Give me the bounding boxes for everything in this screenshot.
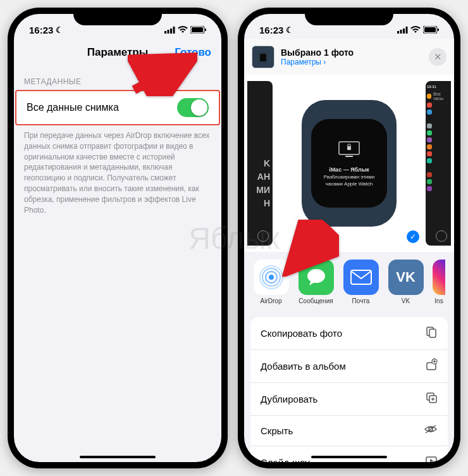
svg-rect-1	[168, 30, 169, 34]
action-label: Скопировать фото	[261, 328, 342, 339]
share-app-row[interactable]: AirDrop Сообщения Почта VK VK Ins	[244, 252, 454, 312]
app-label: Почта	[352, 298, 370, 304]
share-app-airdrop[interactable]: AirDrop	[253, 260, 289, 304]
share-options-link[interactable]: Параметры ›	[281, 58, 422, 66]
svg-rect-20	[347, 146, 351, 150]
share-app-mail[interactable]: Почта	[343, 260, 379, 304]
settings-list-fragment: 18:31 Все часы	[426, 81, 451, 195]
instagram-icon	[433, 260, 445, 295]
vk-icon: VK	[388, 260, 424, 295]
notch	[73, 8, 162, 25]
wifi-icon	[178, 25, 188, 35]
notch	[305, 8, 393, 25]
dnd-moon-icon: ☾	[56, 25, 63, 35]
eye-slash-icon	[424, 424, 438, 437]
signal-icon	[397, 25, 408, 35]
watch-notification-title: iMac — Яблык	[329, 166, 369, 173]
svg-rect-6	[205, 28, 206, 31]
home-indicator[interactable]	[311, 456, 387, 458]
svg-rect-3	[173, 27, 175, 34]
svg-rect-2	[170, 28, 172, 34]
share-app-instagram[interactable]: Ins	[433, 260, 445, 304]
svg-rect-15	[438, 28, 439, 31]
preview-item-prev[interactable]: K АН МИ Н	[247, 81, 273, 246]
svg-rect-0	[164, 31, 166, 34]
svg-rect-28	[429, 329, 436, 337]
app-label: Ins	[434, 298, 443, 304]
svg-rect-26	[351, 270, 371, 284]
action-slideshow[interactable]: Слайд-шоу	[250, 446, 448, 462]
screen-right: 16:23 ☾ Выбрано 1 фото Пара	[244, 14, 454, 462]
preview-item-next[interactable]: 18:31 Все часы	[426, 81, 451, 246]
svg-marker-36	[430, 459, 433, 462]
svg-rect-10	[400, 30, 402, 34]
wifi-icon	[410, 25, 421, 35]
photo-preview-carousel[interactable]: K АН МИ Н iMac — Яблык Разблокирован эти…	[244, 75, 454, 252]
play-icon	[425, 454, 438, 462]
app-label: VK	[402, 298, 410, 304]
setting-row-all-photo-data[interactable]: Все данные снимка	[15, 90, 220, 125]
action-label: Добавить в альбом	[261, 361, 346, 372]
page-title: Параметры	[87, 46, 149, 59]
signal-icon	[164, 25, 175, 35]
action-add-to-album[interactable]: Добавить в альбом	[250, 350, 448, 383]
selected-check-icon[interactable]: ✓	[407, 230, 419, 243]
apple-watch-graphic: iMac — Яблык Разблокирован этими часами …	[302, 100, 397, 227]
svg-rect-12	[406, 27, 408, 34]
close-button[interactable]: ✕	[429, 48, 446, 66]
share-app-messages[interactable]: Сообщения	[298, 260, 334, 304]
lock-monitor-icon	[338, 139, 360, 163]
home-indicator[interactable]	[80, 456, 156, 458]
phone-frame-right: 16:23 ☾ Выбрано 1 фото Пара	[238, 8, 460, 468]
selection-circle-icon[interactable]	[436, 230, 447, 242]
copy-icon	[425, 325, 438, 341]
done-button[interactable]: Готово	[175, 46, 211, 59]
svg-rect-19	[345, 156, 353, 157]
svg-point-21	[269, 275, 274, 280]
preview-text-fragment: K АН МИ Н	[256, 157, 270, 210]
phone-frame-left: 16:23 ☾ Параметры Готово МЕТАДАННЫЕ Все	[8, 8, 228, 468]
share-actions-list: Скопировать фото Добавить в альбом Дубли…	[250, 317, 448, 462]
selection-circle-icon[interactable]	[257, 230, 269, 242]
nav-bar: Параметры Готово	[14, 39, 221, 66]
app-label: Сообщения	[299, 298, 333, 304]
setting-description: При передаче данных через AirDrop включе…	[14, 125, 221, 220]
action-hide[interactable]: Скрыть	[250, 416, 448, 446]
share-app-vk[interactable]: VK VK	[388, 260, 424, 304]
share-sheet-header: Выбрано 1 фото Параметры › ✕	[244, 39, 454, 75]
setting-label: Все данные снимка	[27, 102, 119, 113]
battery-icon	[190, 25, 206, 35]
duplicate-icon	[425, 391, 438, 407]
mail-icon	[343, 260, 379, 295]
toggle-all-photo-data[interactable]	[177, 98, 209, 117]
status-time: 16:23	[29, 25, 53, 35]
preview-item-selected[interactable]: iMac — Яблык Разблокирован этими часами …	[276, 81, 422, 246]
svg-rect-17	[260, 54, 266, 61]
airdrop-icon	[254, 260, 289, 295]
status-time: 16:23	[259, 25, 283, 35]
app-label: AirDrop	[261, 298, 282, 304]
battery-icon	[423, 25, 439, 35]
svg-point-25	[307, 269, 325, 283]
svg-rect-9	[397, 31, 399, 34]
watch-notification-text: Разблокирован этими часами Apple Watch	[316, 174, 382, 187]
svg-rect-14	[424, 27, 436, 32]
dnd-moon-icon: ☾	[286, 25, 293, 35]
action-duplicate[interactable]: Дублировать	[250, 383, 448, 416]
add-album-icon	[425, 358, 438, 374]
messages-icon	[299, 260, 334, 295]
share-thumbnail	[252, 46, 274, 68]
action-label: Слайд-шоу	[261, 457, 310, 462]
screen-left: 16:23 ☾ Параметры Готово МЕТАДАННЫЕ Все	[14, 14, 221, 462]
action-label: Дублировать	[261, 394, 317, 404]
share-header-title: Выбрано 1 фото	[281, 47, 422, 58]
svg-rect-5	[192, 27, 203, 32]
action-copy-photo[interactable]: Скопировать фото	[250, 317, 448, 350]
svg-rect-11	[403, 28, 405, 34]
action-label: Скрыть	[261, 425, 293, 436]
section-header-metadata: МЕТАДАННЫЕ	[14, 66, 221, 90]
close-icon: ✕	[434, 51, 442, 63]
